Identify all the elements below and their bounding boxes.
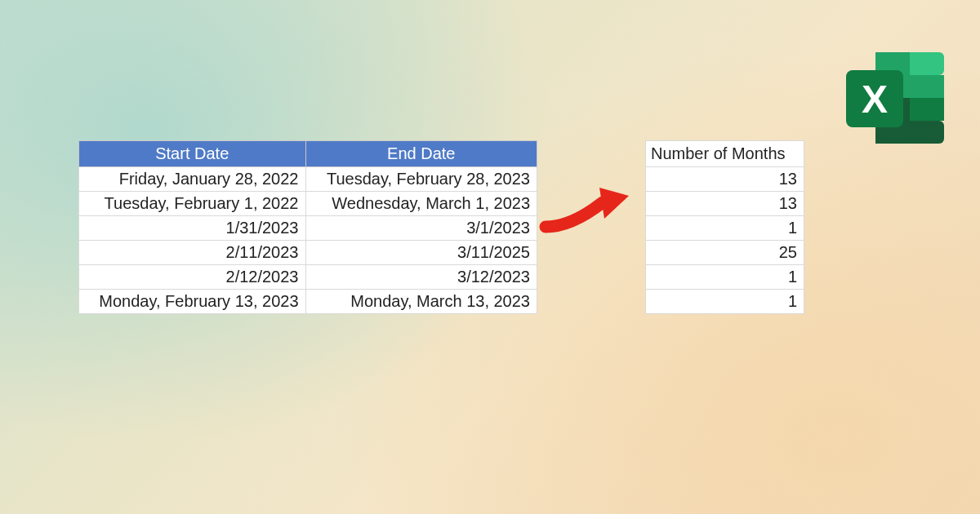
table-row: Monday, February 13, 2023 Monday, March … [79,290,537,314]
cell-end: Wednesday, March 1, 2023 [305,192,537,216]
excel-icon: X [841,49,947,147]
table-row: Tuesday, February 1, 2022 Wednesday, Mar… [79,192,537,216]
table-row: 13 [646,192,804,216]
table-row: 1 [646,265,804,290]
cell-start: Friday, January 28, 2022 [79,167,306,192]
cell-months: 1 [646,265,804,290]
table-row: 1 [646,290,804,314]
cell-months: 13 [646,192,804,216]
arrow-right-icon [539,178,644,237]
cell-start: Tuesday, February 1, 2022 [79,192,306,216]
months-header: Number of Months [646,141,804,167]
table-row: 2/12/2023 3/12/2023 [79,265,537,290]
cell-end: 3/12/2023 [305,265,537,290]
cell-start: 2/11/2023 [79,241,306,265]
months-table: Number of Months 13 13 1 25 1 1 [645,140,804,314]
cell-end: Tuesday, February 28, 2023 [305,167,537,192]
cell-start: 2/12/2023 [79,265,306,290]
table-row: 1 [646,216,804,241]
table-row: 25 [646,241,804,265]
table-row: 1/31/2023 3/1/2023 [79,216,537,241]
cell-start: 1/31/2023 [79,216,306,241]
dates-table: Start Date End Date Friday, January 28, … [78,140,537,314]
cell-end: Monday, March 13, 2023 [305,290,537,314]
svg-marker-0 [599,188,629,219]
dates-header-start: Start Date [79,141,306,167]
svg-text:X: X [862,78,888,121]
table-row: Friday, January 28, 2022 Tuesday, Februa… [79,167,537,192]
table-row: 13 [646,167,804,192]
cell-months: 25 [646,241,804,265]
cell-end: 3/1/2023 [305,216,537,241]
cell-months: 13 [646,167,804,192]
cell-months: 1 [646,216,804,241]
cell-months: 1 [646,290,804,314]
table-row: 2/11/2023 3/11/2025 [79,241,537,265]
dates-header-end: End Date [305,141,537,167]
cell-start: Monday, February 13, 2023 [79,290,306,314]
cell-end: 3/11/2025 [305,241,537,265]
